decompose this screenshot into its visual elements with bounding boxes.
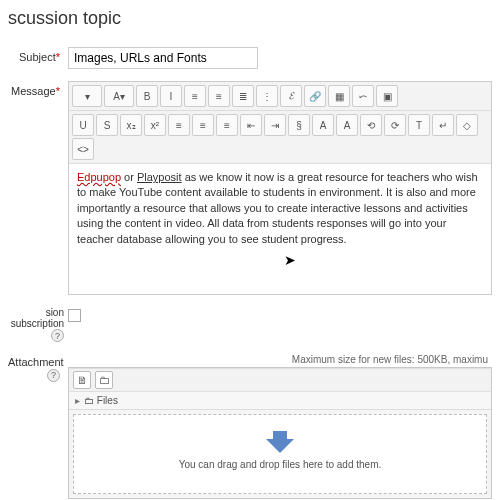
embed-icon[interactable]: ▣ xyxy=(376,85,398,107)
attachment-label: Attachment ? xyxy=(8,352,68,499)
dropzone-text: You can drag and drop files here to add … xyxy=(179,459,382,470)
paragraph-icon[interactable]: ▾ xyxy=(72,85,102,107)
attachment-hint: Maximum size for new files: 500KB, maxim… xyxy=(68,352,492,367)
message-label: Message* xyxy=(8,81,68,295)
redo-icon[interactable]: ⟳ xyxy=(384,114,406,136)
more-icon[interactable]: ⋮ xyxy=(256,85,278,107)
italic-icon[interactable]: I xyxy=(160,85,182,107)
rich-text-editor: ▾ A▾ B I ≡ ≡ ≣ ⋮ 𝓔 🔗 ▦ ⤺ ▣ U S x₂ x² ≡ ≡ xyxy=(68,81,492,295)
chevron-down-icon: ▸ xyxy=(75,395,80,406)
file-dropzone[interactable]: You can drag and drop files here to add … xyxy=(73,414,487,494)
subscription-label: sion subscription ? xyxy=(8,307,68,342)
editor-toolbar-row-1: ▾ A▾ B I ≡ ≡ ≣ ⋮ 𝓔 🔗 ▦ ⤺ ▣ xyxy=(69,82,491,111)
undo-icon[interactable]: ⟲ xyxy=(360,114,382,136)
download-arrow-icon xyxy=(266,439,294,453)
page-title: scussion topic xyxy=(8,8,492,29)
help-icon[interactable]: ? xyxy=(51,329,64,342)
align-left-icon[interactable]: ≡ xyxy=(168,114,190,136)
subject-label: Subject* xyxy=(8,47,68,69)
list-ul-icon[interactable]: ≡ xyxy=(184,85,206,107)
editor-toolbar-row-2: U S x₂ x² ≡ ≡ ≡ ⇤ ⇥ § A A ⟲ ⟳ T ↵ ◇ <> xyxy=(69,111,491,164)
subject-input[interactable] xyxy=(68,47,258,69)
list-ol-icon[interactable]: ≡ xyxy=(208,85,230,107)
fullscreen-icon[interactable]: ◇ xyxy=(456,114,478,136)
superscript-icon[interactable]: x² xyxy=(144,114,166,136)
align-icon[interactable]: ≣ xyxy=(232,85,254,107)
underline-icon[interactable]: U xyxy=(72,114,94,136)
align-right-icon[interactable]: ≡ xyxy=(216,114,238,136)
media-icon[interactable]: ⤺ xyxy=(352,85,374,107)
indent-icon[interactable]: ⇥ xyxy=(264,114,286,136)
subscription-checkbox[interactable] xyxy=(68,309,81,322)
image-icon[interactable]: ▦ xyxy=(328,85,350,107)
bgcolor-icon[interactable]: A xyxy=(336,114,358,136)
help-icon[interactable]: ? xyxy=(47,369,60,382)
new-folder-icon[interactable]: 🗀 xyxy=(95,371,113,389)
add-file-icon[interactable]: 🗎 xyxy=(73,371,91,389)
font-icon[interactable]: A▾ xyxy=(104,85,134,107)
message-textarea[interactable]: Edpupop or Playposit as we know it now i… xyxy=(69,164,491,294)
special-icon[interactable]: § xyxy=(288,114,310,136)
files-breadcrumb[interactable]: ▸🗀 Files xyxy=(69,392,491,410)
file-picker: 🗎 🗀 ▸🗀 Files You can drag and drop files… xyxy=(68,367,492,499)
textcolor-icon[interactable]: A xyxy=(312,114,334,136)
align-center-icon[interactable]: ≡ xyxy=(192,114,214,136)
link-icon[interactable]: 🔗 xyxy=(304,85,326,107)
html-icon[interactable]: <> xyxy=(72,138,94,160)
clear-icon[interactable]: T xyxy=(408,114,430,136)
outdent-icon[interactable]: ⇤ xyxy=(240,114,262,136)
subscript-icon[interactable]: x₂ xyxy=(120,114,142,136)
bold-icon[interactable]: B xyxy=(136,85,158,107)
rtl-icon[interactable]: ↵ xyxy=(432,114,454,136)
strike-icon[interactable]: S xyxy=(96,114,118,136)
equation-icon[interactable]: 𝓔 xyxy=(280,85,302,107)
